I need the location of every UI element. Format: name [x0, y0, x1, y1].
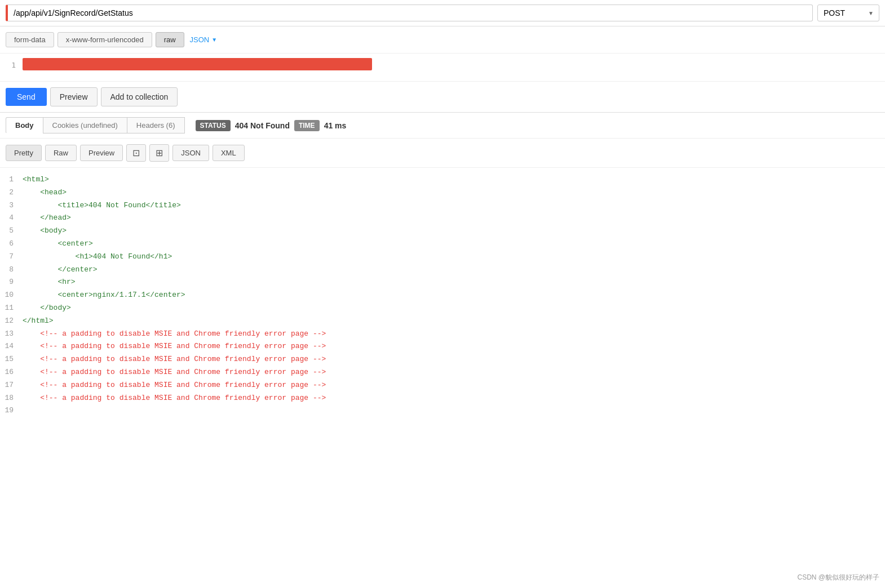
code-row: 2 <head> — [0, 186, 885, 199]
fmt-preview[interactable]: Preview — [80, 145, 123, 161]
time-value: 41 ms — [324, 121, 347, 130]
editor-line-1: 1 — [0, 58, 885, 72]
url-bar: GETPOSTPUTDELETEPATCHHEADOPTIONS — [0, 0, 885, 26]
line-number: 6 — [0, 238, 23, 250]
code-line-content: </head> — [23, 212, 885, 224]
code-row: 4 </head> — [0, 212, 885, 225]
add-to-collection-button[interactable]: Add to collection — [101, 87, 178, 106]
line-number: 14 — [0, 341, 23, 353]
line-number: 15 — [0, 354, 23, 366]
method-select[interactable]: GETPOSTPUTDELETEPATCHHEADOPTIONS — [817, 5, 879, 21]
code-row: 6 <center> — [0, 238, 885, 251]
code-row: 15 <!-- a padding to disable MSIE and Ch… — [0, 353, 885, 366]
line-number: 4 — [0, 212, 23, 224]
code-row: 3 <title>404 Not Found</title> — [0, 199, 885, 212]
line-number: 16 — [0, 367, 23, 378]
line-number: 13 — [0, 328, 23, 340]
code-row: 11 </body> — [0, 302, 885, 315]
code-line-content: <title>404 Not Found</title> — [23, 200, 885, 212]
method-wrapper: GETPOSTPUTDELETEPATCHHEADOPTIONS — [817, 5, 879, 21]
code-row: 13 <!-- a padding to disable MSIE and Ch… — [0, 328, 885, 341]
code-line-content: <h1>404 Not Found</h1> — [23, 251, 885, 263]
code-row: 5 <body> — [0, 225, 885, 238]
status-badge: STATUS — [196, 120, 231, 131]
code-line-content: <body> — [23, 225, 885, 237]
code-row: 19 — [0, 404, 885, 417]
code-line-content: </body> — [23, 302, 885, 314]
code-line-content: <!-- a padding to disable MSIE and Chrom… — [23, 341, 885, 353]
code-editor: 1 — [0, 54, 885, 82]
json-dropdown[interactable]: JSON ▼ — [190, 35, 218, 44]
fmt-raw[interactable]: Raw — [45, 145, 77, 161]
code-row: 17 <!-- a padding to disable MSIE and Ch… — [0, 379, 885, 392]
code-row: 12</html> — [0, 315, 885, 328]
fmt-json[interactable]: JSON — [172, 145, 209, 161]
code-line-content: <html> — [23, 174, 885, 186]
fmt-xml[interactable]: XML — [213, 145, 245, 161]
tab-raw[interactable]: raw — [156, 32, 184, 47]
url-input[interactable] — [6, 5, 813, 21]
line-number: 7 — [0, 251, 23, 263]
code-row: 14 <!-- a padding to disable MSIE and Ch… — [0, 340, 885, 353]
code-row: 8 </center> — [0, 264, 885, 277]
editor-input-line[interactable] — [23, 58, 885, 72]
code-line-content: <!-- a padding to disable MSIE and Chrom… — [23, 367, 885, 378]
json-arrow-icon: ▼ — [211, 37, 217, 43]
line-number: 1 — [0, 174, 23, 186]
editor-red-bar — [23, 58, 372, 70]
status-info: STATUS 404 Not Found TIME 41 ms — [196, 120, 347, 131]
code-line-content: </html> — [23, 315, 885, 327]
line-number-1: 1 — [0, 61, 23, 69]
format-bar: Pretty Raw Preview ⊡ ⊞ JSON XML — [0, 139, 885, 168]
code-line-content: <hr> — [23, 277, 885, 288]
code-row: 7 <h1>404 Not Found</h1> — [0, 251, 885, 264]
fmt-pretty[interactable]: Pretty — [6, 145, 42, 161]
tab-headers[interactable]: Headers (6) — [127, 117, 185, 133]
code-line-content: <!-- a padding to disable MSIE and Chrom… — [23, 354, 885, 366]
json-label: JSON — [190, 35, 210, 44]
line-number: 3 — [0, 200, 23, 212]
code-line-content: <center> — [23, 238, 885, 250]
line-number: 11 — [0, 302, 23, 314]
response-code: 1<html>2 <head>3 <title>404 Not Found</t… — [0, 168, 885, 423]
time-badge: TIME — [294, 120, 320, 131]
tab-body[interactable]: Body — [6, 117, 43, 133]
line-number: 9 — [0, 277, 23, 288]
tab-urlencoded[interactable]: x-www-form-urlencoded — [57, 32, 152, 47]
code-line-content: <center>nginx/1.17.1</center> — [23, 289, 885, 301]
code-row: 10 <center>nginx/1.17.1</center> — [0, 289, 885, 302]
action-buttons: Send Preview Add to collection — [0, 82, 885, 113]
code-line-content: </center> — [23, 264, 885, 276]
code-row: 9 <hr> — [0, 276, 885, 289]
preview-button[interactable]: Preview — [50, 87, 98, 106]
line-number: 18 — [0, 393, 23, 404]
wrap-icon-button[interactable]: ⊡ — [126, 144, 146, 162]
line-number: 10 — [0, 289, 23, 301]
send-button[interactable]: Send — [6, 88, 47, 106]
body-type-tabs: form-data x-www-form-urlencoded raw JSON… — [0, 26, 885, 54]
code-row: 1<html> — [0, 173, 885, 186]
code-line-content: <!-- a padding to disable MSIE and Chrom… — [23, 328, 885, 340]
line-number: 5 — [0, 225, 23, 237]
code-line-content: <!-- a padding to disable MSIE and Chrom… — [23, 380, 885, 391]
code-row: 18 <!-- a padding to disable MSIE and Ch… — [0, 392, 885, 405]
code-line-content: <!-- a padding to disable MSIE and Chrom… — [23, 393, 885, 404]
code-line-content: <head> — [23, 187, 885, 199]
response-tabs: Body Cookies (undefined) Headers (6) STA… — [0, 113, 885, 139]
tab-form-data[interactable]: form-data — [6, 32, 54, 47]
line-number: 12 — [0, 315, 23, 327]
line-number: 19 — [0, 405, 23, 417]
code-row: 16 <!-- a padding to disable MSIE and Ch… — [0, 366, 885, 379]
line-number: 17 — [0, 380, 23, 391]
status-value: 404 Not Found — [235, 121, 290, 130]
indent-icon-button[interactable]: ⊞ — [149, 144, 169, 162]
tab-cookies[interactable]: Cookies (undefined) — [43, 117, 127, 133]
line-number: 8 — [0, 264, 23, 276]
line-number: 2 — [0, 187, 23, 199]
